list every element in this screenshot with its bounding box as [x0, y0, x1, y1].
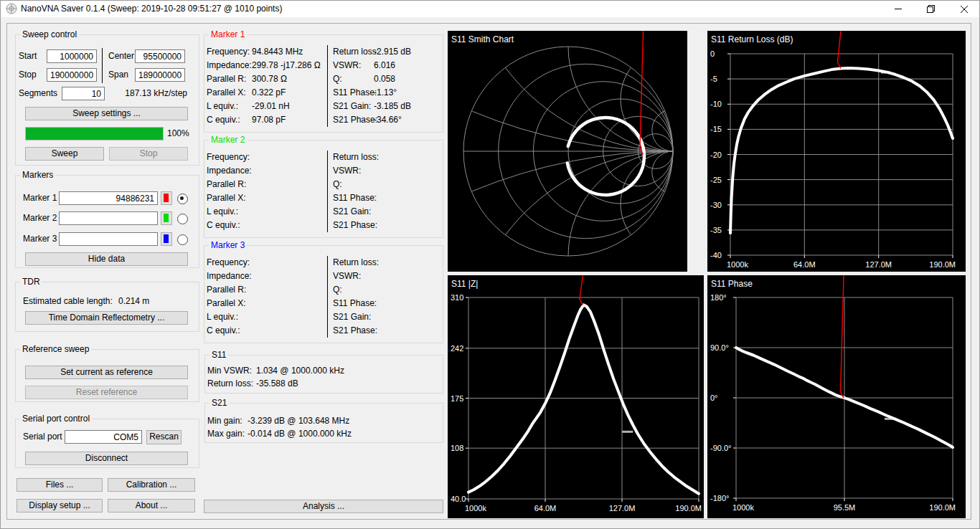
marker-field-row: S11 Phase:-1.13° [333, 86, 442, 100]
field-label: L equiv.: [207, 205, 252, 219]
cable-length-label: Estimated cable length: [23, 295, 113, 308]
minimize-button[interactable] [882, 1, 915, 17]
field-value: -34.66° [374, 113, 402, 127]
field-label: Parallel X: [207, 191, 252, 205]
svg-text:180°: 180° [710, 293, 727, 302]
span-input[interactable] [135, 68, 185, 82]
field-label: Parallel X: [207, 86, 252, 100]
tdr-button[interactable]: Time Domain Reflectometry ... [25, 311, 188, 325]
svg-text:S11 Phase: S11 Phase [711, 279, 753, 289]
set-reference-button[interactable]: Set current as reference [25, 366, 188, 379]
svg-text:190.0M: 190.0M [675, 504, 702, 513]
field-label: S21 Gain: [333, 100, 374, 113]
svg-text:S11 Smith Chart: S11 Smith Chart [451, 34, 514, 44]
disconnect-button[interactable]: Disconnect [25, 452, 188, 465]
serial-port-input[interactable] [65, 430, 142, 444]
segments-label: Segments [19, 87, 57, 100]
marker-field-row: Q:0.058 [333, 72, 442, 86]
segments-input[interactable] [62, 87, 105, 100]
marker-field-row: Q: [333, 283, 442, 297]
svg-text:-35: -35 [710, 226, 722, 234]
marker-1-focus-radio[interactable] [177, 194, 188, 204]
marker-1-color-button[interactable] [161, 191, 172, 205]
field-label: Parallel X: [207, 297, 252, 310]
marker-3-input[interactable] [59, 232, 158, 246]
marker-field-row: Return loss:-2.915 dB [333, 45, 442, 59]
s11-return-loss-chart[interactable]: 0-5-10-15-20-25-30-35-401000k64.0M127.0M… [707, 31, 966, 272]
s11-phase-chart[interactable]: 180°90.0°0°-90.0°-180°1000k95.5M190.0MS1… [707, 275, 966, 518]
s11-z-magnitude-chart[interactable]: 31024217510840.01000k64.0M127.0M190.0MS1… [448, 275, 704, 518]
field-label: Parallel R: [207, 178, 252, 191]
field-label: Q: [333, 178, 374, 191]
sweep-progress-fill [26, 128, 163, 140]
field-label: S11 Phase: [333, 191, 374, 205]
marker-field-row: S21 Gain: [333, 205, 442, 219]
field-label: Frequency: [207, 151, 252, 164]
hide-data-button[interactable]: Hide data [25, 252, 188, 266]
svg-text:-40: -40 [710, 251, 722, 259]
analysis-button[interactable]: Analysis ... [204, 500, 443, 513]
field-label: Impedance: [207, 270, 252, 283]
field-label: Impedance: [207, 164, 252, 178]
svg-text:40.0: 40.0 [451, 495, 466, 503]
svg-text:S11 |Z|: S11 |Z| [451, 279, 478, 289]
field-label: S11 Phase: [333, 297, 374, 310]
field-value: 97.08 pF [252, 113, 286, 127]
field-label: S11 Phase: [333, 86, 374, 100]
marker-columns-divider: Return loss:-2.915 dBVSWR:6.016Q:0.058S1… [327, 45, 442, 127]
field-label: Parallel R: [207, 283, 252, 297]
marker-field-row: Return loss: [333, 256, 442, 270]
s11-return-loss-row: Return loss: -35.588 dB [207, 377, 298, 390]
reset-reference-button: Reset reference [25, 386, 188, 399]
stop-button: Stop [109, 147, 188, 161]
svg-text:190.0M: 190.0M [929, 503, 956, 512]
field-label: Impedance: [207, 59, 252, 72]
marker-2-color-button[interactable] [161, 211, 172, 225]
display-setup-button[interactable]: Display setup ... [17, 499, 103, 513]
center-label: Center [108, 49, 134, 63]
field-label: S21 Phase: [333, 113, 374, 127]
field-value: -29.01 nH [252, 100, 290, 113]
field-label: Frequency: [207, 45, 252, 59]
marker-field-row: S21 Phase: [333, 219, 442, 232]
restore-button[interactable] [915, 1, 948, 17]
marker-2-input[interactable] [59, 211, 158, 225]
field-label: Return loss: [333, 256, 374, 270]
sweep-button[interactable]: Sweep [25, 147, 104, 161]
calibration-button[interactable]: Calibration ... [108, 478, 195, 492]
sweep-settings-button[interactable]: Sweep settings ... [25, 107, 188, 120]
rescan-button[interactable]: Rescan [146, 430, 182, 444]
svg-text:310: 310 [451, 293, 463, 302]
marker-3-focus-radio[interactable] [177, 234, 188, 245]
marker-2-focus-radio[interactable] [177, 214, 188, 224]
center-input[interactable] [135, 49, 185, 63]
marker-field-row: Frequency:94.8443 MHz [207, 45, 327, 59]
s11-smith-chart[interactable]: S11 Smith Chart [448, 31, 687, 272]
files-button[interactable]: Files ... [17, 478, 103, 492]
field-label: L equiv.: [207, 310, 252, 324]
s21-summary-panel: S21 Min gain: -3.239 dB @ 103.648 MHz Ma… [204, 403, 443, 443]
about-button[interactable]: About ... [108, 499, 195, 513]
marker-field-row: Q: [333, 178, 442, 191]
s11-min-vswr-row: Min VSWR: 1.034 @ 1000.000 kHz [207, 364, 344, 377]
field-label: S21 Phase: [333, 219, 374, 232]
field-label: C equiv.: [207, 113, 252, 127]
progress-percent-text: 100% [167, 127, 189, 140]
close-icon [960, 5, 969, 14]
marker-field-row: Parallel X: [207, 191, 327, 205]
svg-text:-20: -20 [710, 151, 722, 159]
close-button[interactable] [948, 1, 980, 17]
marker-1-data-panel: Marker 1Frequency:94.8443 MHzImpedance:2… [204, 34, 443, 133]
field-label: VSWR: [333, 59, 374, 72]
tdr-panel: TDR Estimated cable length: 0.214 m Time… [15, 282, 199, 332]
marker-field-row: Return loss: [333, 151, 442, 164]
stop-input[interactable] [47, 68, 97, 82]
marker-1-input[interactable] [59, 191, 158, 205]
marker-field-row: Frequency: [207, 151, 327, 164]
field-label: S21 Phase: [333, 324, 374, 338]
start-input[interactable] [47, 49, 97, 63]
field-value: -2.915 dB [374, 45, 411, 59]
field-label: L equiv.: [207, 100, 252, 113]
marker-columns-divider: Return loss:VSWR:Q:S11 Phase:S21 Gain:S2… [327, 151, 442, 232]
marker-3-color-button[interactable] [161, 232, 172, 246]
